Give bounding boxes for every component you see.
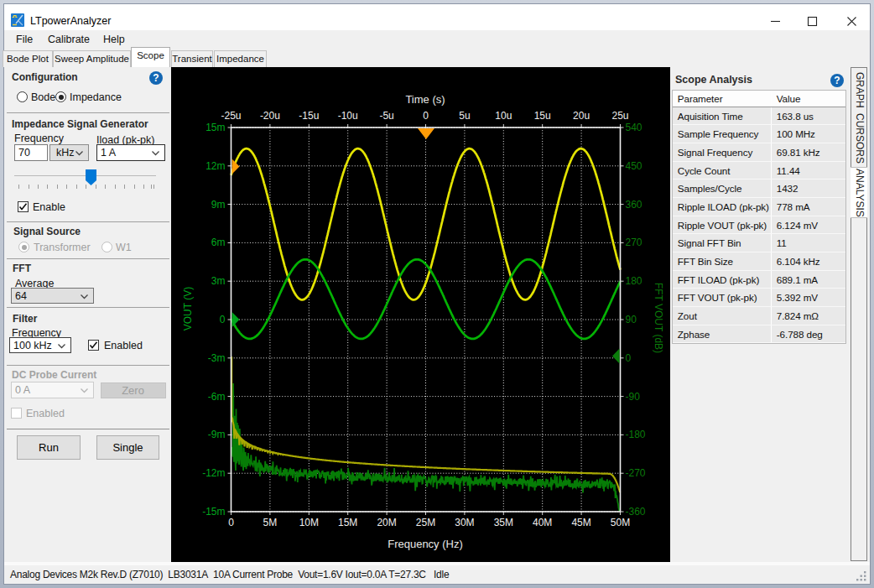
svg-text:-15m: -15m [202, 506, 225, 518]
svg-text:25u: 25u [611, 110, 628, 122]
svg-text:5M: 5M [263, 517, 278, 528]
svg-text:360: 360 [626, 199, 642, 211]
svg-text:20u: 20u [573, 110, 590, 122]
svg-text:-9m: -9m [208, 429, 226, 440]
svg-text:10u: 10u [495, 110, 512, 122]
svg-text:40M: 40M [533, 517, 552, 528]
svg-text:540: 540 [626, 122, 642, 133]
svg-text:-15u: -15u [299, 110, 319, 122]
svg-text:20M: 20M [377, 517, 396, 528]
svg-text:450: 450 [626, 160, 642, 172]
svg-text:15m: 15m [205, 122, 225, 133]
svg-text:0: 0 [626, 352, 632, 364]
svg-text:-12m: -12m [202, 467, 225, 479]
svg-text:270: 270 [626, 237, 642, 248]
svg-text:90: 90 [626, 314, 637, 325]
svg-text:6m: 6m [211, 237, 226, 248]
svg-text:VOUT (V): VOUT (V) [182, 287, 194, 330]
svg-text:-90: -90 [626, 391, 641, 403]
svg-text:25M: 25M [416, 517, 435, 528]
svg-text:-180: -180 [626, 429, 646, 440]
svg-text:35M: 35M [494, 517, 513, 528]
svg-text:30M: 30M [455, 517, 474, 528]
svg-text:3m: 3m [211, 275, 226, 287]
svg-text:15M: 15M [338, 517, 357, 528]
svg-text:Frequency (Hz): Frequency (Hz) [388, 538, 463, 550]
svg-text:5u: 5u [459, 110, 470, 122]
svg-text:-360: -360 [626, 506, 646, 518]
svg-text:-270: -270 [626, 467, 646, 479]
svg-text:-6m: -6m [208, 391, 226, 403]
svg-text:-25u: -25u [221, 110, 241, 122]
svg-text:-5u: -5u [379, 110, 393, 122]
svg-text:180: 180 [626, 275, 642, 287]
svg-text:45M: 45M [571, 517, 590, 528]
svg-text:9m: 9m [211, 199, 226, 211]
svg-text:-3m: -3m [208, 352, 226, 364]
svg-text:FFT VOUT (dB): FFT VOUT (dB) [653, 283, 664, 353]
svg-text:0: 0 [423, 110, 429, 122]
svg-text:50M: 50M [611, 517, 630, 528]
svg-text:-10u: -10u [338, 110, 358, 122]
svg-text:15u: 15u [534, 110, 551, 122]
svg-text:Time (s): Time (s) [405, 93, 445, 106]
svg-text:-20u: -20u [260, 110, 280, 122]
svg-text:0: 0 [228, 517, 234, 528]
svg-text:12m: 12m [205, 160, 225, 172]
svg-text:0: 0 [220, 314, 226, 325]
svg-text:10M: 10M [299, 517, 319, 528]
